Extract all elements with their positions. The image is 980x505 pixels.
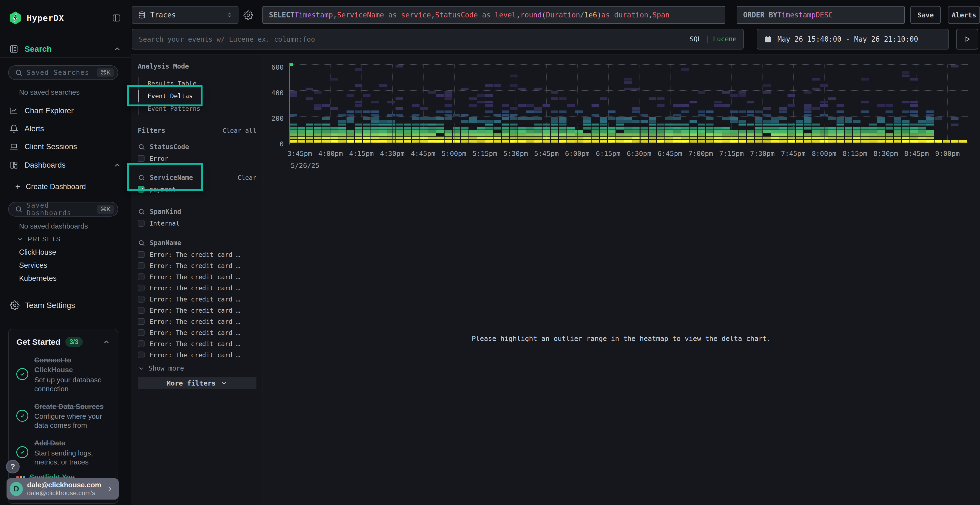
source-select[interactable]: Traces	[132, 6, 239, 24]
x-tick-label: 8:30pm	[873, 150, 898, 157]
more-filters-button[interactable]: More filters	[138, 377, 256, 389]
language-sql-option[interactable]: SQL	[690, 35, 701, 43]
analysis-mode-option-event-deltas[interactable]: Event Deltas	[138, 90, 256, 102]
x-tick-label: 5:30pm	[503, 150, 528, 157]
checkbox-unchecked[interactable]	[138, 340, 145, 347]
checkbox-unchecked[interactable]	[138, 262, 145, 269]
source-settings-gear-icon[interactable]	[243, 10, 253, 20]
filter-option[interactable]: Error: The credit card …	[138, 271, 256, 283]
filter-option[interactable]: Error: The credit card …	[138, 294, 256, 305]
checkbox-unchecked[interactable]	[138, 329, 145, 336]
run-query-button[interactable]	[956, 29, 978, 49]
saved-searches-input[interactable]: Saved Searches ⌘K	[8, 65, 118, 80]
checkbox-unchecked[interactable]	[138, 251, 145, 258]
get-started-task[interactable]: Connect to ClickHouseSet up your databas…	[16, 355, 111, 394]
checkbox-unchecked[interactable]	[138, 351, 145, 358]
language-lucene-option[interactable]: Lucene	[713, 35, 737, 43]
get-started-header[interactable]: Get Started 3/3	[16, 337, 111, 347]
task-description: Set up your database connection	[34, 375, 111, 394]
clear-all-filters-link[interactable]: Clear all	[223, 127, 256, 134]
create-dashboard-button[interactable]: + Create Dashboard	[15, 181, 86, 192]
journal-icon	[9, 44, 19, 54]
sidebar-preset-kubernetes[interactable]: Kubernetes	[19, 273, 57, 284]
filter-option-label: Error: The credit card …	[150, 340, 240, 348]
filter-option[interactable]: Error: The credit card …	[138, 316, 256, 327]
sidebar-item-team-settings[interactable]: Team Settings	[10, 299, 75, 311]
sql-token: )	[597, 11, 601, 19]
x-tick-label: 4:30pm	[380, 150, 404, 157]
source-select-value: Traces	[150, 11, 176, 19]
time-range-picker[interactable]: May 26 15:40:00 - May 26 21:10:00	[757, 29, 949, 49]
chevron-right-icon	[106, 485, 114, 493]
sidebar-item-dashboards[interactable]: Dashboards	[9, 159, 121, 171]
filter-options: Error: The credit card …Error: The credi…	[138, 249, 256, 360]
sql-token: DESC	[816, 11, 833, 19]
unfold-icon	[226, 11, 233, 19]
sidebar: HyperDX Search Saved Searches ⌘K No save…	[0, 0, 131, 505]
presets-toggle[interactable]: PRESETS	[17, 235, 61, 244]
sidebar-item-chart-explorer[interactable]: Chart Explorer	[9, 105, 121, 116]
more-filters-label: More filters	[167, 379, 216, 387]
checkbox-unchecked[interactable]	[138, 307, 145, 314]
sql-token: Timestamp	[777, 11, 816, 19]
filter-option[interactable]: Error: The credit card …	[138, 249, 256, 260]
filter-option[interactable]: Internal	[138, 218, 256, 229]
filter-group-name[interactable]: SpanName	[150, 239, 181, 247]
checkbox-unchecked[interactable]	[138, 273, 145, 280]
filters-header: Filters	[138, 127, 165, 134]
clear-filter-link[interactable]: Clear	[238, 174, 256, 181]
filter-group-name[interactable]: SpanKind	[150, 208, 181, 216]
sidebar-item-search[interactable]: Search	[9, 43, 121, 55]
duration-heatmap[interactable]	[290, 65, 968, 143]
checkbox-unchecked[interactable]	[138, 296, 145, 303]
sidebar-item-client-sessions[interactable]: Client Sessions	[9, 141, 121, 152]
checkbox-unchecked[interactable]	[138, 318, 145, 325]
user-org: dale@clickhouse.com's	[27, 489, 101, 497]
filter-option[interactable]: Error	[138, 153, 256, 164]
sql-select-editor[interactable]: SELECT Timestamp, ServiceName as service…	[262, 6, 725, 24]
checkbox-unchecked[interactable]	[138, 220, 145, 227]
brand-row: HyperDX	[9, 11, 121, 25]
sidebar-preset-clickhouse[interactable]: ClickHouse	[19, 247, 56, 257]
filter-option[interactable]: Error: The credit card …	[138, 338, 256, 349]
sidebar-collapse-icon[interactable]	[111, 13, 121, 23]
get-started-task[interactable]: Add DataStart sending logs, metrics, or …	[16, 438, 111, 466]
filter-option[interactable]: Error: The credit card …	[138, 305, 256, 316]
checkbox-unchecked[interactable]	[138, 155, 145, 162]
task-description: Start sending logs, metrics, or traces	[34, 449, 111, 467]
user-profile-chip[interactable]: D dale@clickhouse.com dale@clickhouse.co…	[6, 478, 119, 500]
chevron-up-icon	[113, 161, 121, 169]
filter-option-label: Error: The credit card …	[150, 273, 240, 281]
x-axis-date-label: 5/26/25	[291, 162, 319, 170]
filter-group-name[interactable]: ServiceName	[150, 174, 193, 181]
checkbox-unchecked[interactable]	[138, 284, 145, 291]
filter-group-name[interactable]: StatusCode	[150, 143, 189, 151]
filter-option[interactable]: Error: The credit card …	[138, 349, 256, 360]
sql-token: ,	[516, 11, 520, 19]
analysis-mode-option-results-table[interactable]: Results Table	[138, 77, 256, 90]
alerts-button[interactable]: Alerts	[948, 6, 980, 24]
get-started-task[interactable]: Create Data SourcesConfigure where your …	[16, 402, 111, 430]
filter-group-statuscode: StatusCodeError	[138, 143, 256, 164]
grid-line-horizontal	[290, 64, 968, 65]
save-button[interactable]: Save	[910, 6, 941, 24]
filter-option[interactable]: payment	[138, 184, 256, 195]
help-button[interactable]: ?	[6, 460, 20, 473]
saved-dashboards-input[interactable]: Saved Dashboards ⌘K	[8, 202, 118, 217]
no-saved-searches-text: No saved searches	[19, 88, 80, 97]
event-search-input[interactable]: Search your events w/ Lucene ex. column:…	[132, 29, 744, 49]
filter-groups: StatusCodeErrorServiceNameClearpaymentSp…	[138, 143, 256, 360]
filter-option[interactable]: Error: The credit card …	[138, 260, 256, 271]
task-title: Add Data	[34, 438, 111, 448]
filter-option[interactable]: Error: The credit card …	[138, 327, 256, 338]
show-more-link[interactable]: Show more	[138, 364, 256, 373]
x-tick-label: 7:15pm	[719, 150, 744, 157]
filter-option[interactable]: Error: The credit card …	[138, 283, 256, 294]
sql-orderby-editor[interactable]: ORDER BY Timestamp DESC	[737, 6, 905, 24]
sidebar-preset-services[interactable]: Services	[19, 260, 48, 270]
checkbox-checked[interactable]	[138, 186, 145, 193]
filter-options: Error	[138, 153, 256, 164]
sidebar-item-alerts[interactable]: Alerts	[9, 123, 121, 134]
heatmap-canvas[interactable]	[290, 65, 968, 143]
analysis-mode-option-event-patterns[interactable]: Event Patterns	[138, 102, 256, 115]
